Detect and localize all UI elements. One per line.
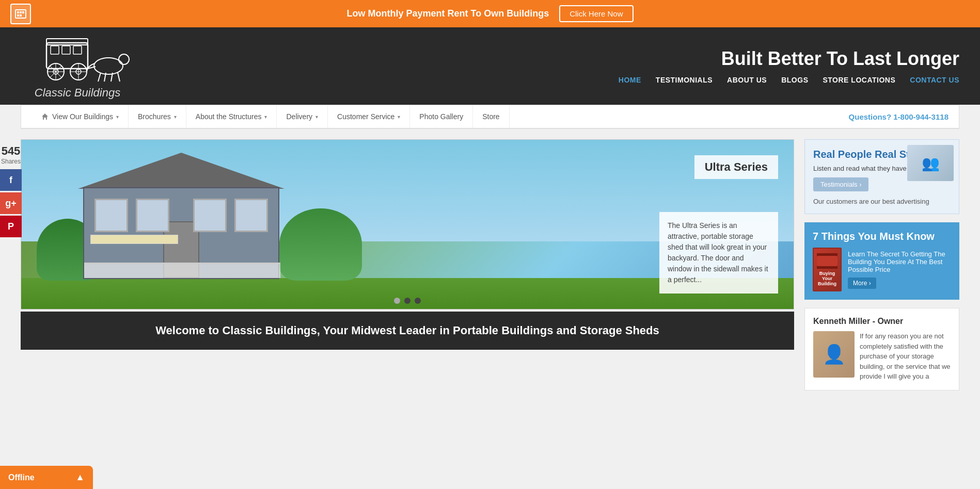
nav-home[interactable]: HOME xyxy=(619,76,641,84)
building xyxy=(83,176,279,279)
subnav-store-label: Store xyxy=(482,112,499,121)
people-image: 👥 xyxy=(907,145,954,181)
owner-section: Kenneth Miller - Owner 👤 If for any reas… xyxy=(804,308,959,390)
header-tagline: Built Better To Last Longer xyxy=(721,48,959,70)
svg-rect-5 xyxy=(20,14,22,17)
sidebar: 👥 Real People Real Stories Listen and re… xyxy=(804,139,959,390)
subnav-buildings[interactable]: View Our Buildings ▾ xyxy=(31,105,129,128)
real-people-card: 👥 Real People Real Stories Listen and re… xyxy=(804,139,959,214)
owner-photo: 👤 xyxy=(813,331,855,378)
nav-about[interactable]: ABOUT US xyxy=(727,76,767,84)
subnav-buildings-chevron: ▾ xyxy=(116,114,119,120)
svg-rect-2 xyxy=(20,11,22,13)
seven-things-desc-area: Learn The Secret To Getting The Building… xyxy=(848,250,951,289)
social-count: 545 xyxy=(2,144,21,158)
subnav-structures[interactable]: About the Structures ▾ xyxy=(186,105,277,128)
welcome-text: Welcome to Classic Buildings, Your Midwe… xyxy=(155,324,659,337)
svg-rect-9 xyxy=(62,46,70,54)
logo-area: Classic Buildings xyxy=(21,32,134,100)
banner-button[interactable]: Click Here Now xyxy=(559,5,633,22)
welcome-bar: Welcome to Classic Buildings, Your Midwe… xyxy=(21,312,794,350)
seven-things-card: 7 Things You Must Know Buying Your Build… xyxy=(804,222,959,300)
subnav-gallery-label: Photo Gallery xyxy=(419,112,463,121)
slider-dot-2[interactable] xyxy=(404,298,410,304)
subnav-delivery[interactable]: Delivery ▾ xyxy=(277,105,328,128)
subnav-customer-label: Customer Service xyxy=(337,112,394,121)
pinterest-button[interactable]: P xyxy=(0,216,22,237)
banner-text: Low Monthly Payment Rent To Own Building… xyxy=(346,8,549,19)
social-label: Shares xyxy=(1,158,21,165)
seven-things-desc: Learn The Secret To Getting The Building… xyxy=(848,250,951,273)
more-button[interactable]: More › xyxy=(848,278,876,289)
header-right: Built Better To Last Longer HOME TESTIMO… xyxy=(155,48,959,84)
seven-things-title: 7 Things You Must Know xyxy=(813,231,951,242)
svg-rect-10 xyxy=(73,46,82,54)
nav-contact[interactable]: CONTACT US xyxy=(910,76,959,84)
subnav-gallery[interactable]: Photo Gallery xyxy=(410,105,473,128)
subnav-delivery-chevron: ▾ xyxy=(315,114,318,120)
hero-slider: Ultra Series The Ultra Series is an attr… xyxy=(21,139,794,309)
logo-icon xyxy=(10,4,31,24)
book-cover: Buying Your Building xyxy=(813,248,842,291)
building-body xyxy=(83,187,279,279)
svg-line-26 xyxy=(118,73,120,82)
owner-photo-icon: 👤 xyxy=(823,344,846,365)
subnav-customer-chevron: ▾ xyxy=(398,114,400,120)
subnav-store[interactable]: Store xyxy=(473,105,509,128)
subnav-container: View Our Buildings ▾ Brochures ▾ About t… xyxy=(21,105,959,129)
subnav-brochures-label: Brochures xyxy=(138,112,171,121)
facebook-button[interactable]: f xyxy=(0,169,22,191)
owner-text: If for any reason you are not completely… xyxy=(860,331,951,382)
main-nav: HOME TESTIMONIALS ABOUT US BLOGS STORE L… xyxy=(619,76,959,84)
subnav-buildings-label: View Our Buildings xyxy=(52,112,113,121)
subnav-phone[interactable]: Questions? 1-800-944-3118 xyxy=(849,112,949,121)
building-roof xyxy=(78,153,284,189)
slider-dot-1[interactable] xyxy=(394,298,400,304)
svg-rect-7 xyxy=(46,39,88,45)
home-icon xyxy=(41,112,49,121)
hero-label: Ultra Series xyxy=(694,155,778,179)
nav-store-locations[interactable]: STORE LOCATIONS xyxy=(823,76,895,84)
subnav-delivery-label: Delivery xyxy=(286,112,312,121)
seven-things-content: Buying Your Building Learn The Secret To… xyxy=(813,248,951,291)
svg-rect-3 xyxy=(22,11,24,13)
googleplus-button[interactable]: g+ xyxy=(0,192,22,214)
header: Classic Buildings Built Better To Last L… xyxy=(0,27,980,105)
subnav-structures-chevron: ▾ xyxy=(264,114,267,120)
content-area: Ultra Series The Ultra Series is an attr… xyxy=(21,139,794,390)
tree-right xyxy=(279,208,362,281)
svg-rect-8 xyxy=(51,46,59,54)
svg-line-23 xyxy=(98,73,101,82)
subnav-brochures[interactable]: Brochures ▾ xyxy=(129,105,186,128)
real-people-footer: Our customers are our best advertising xyxy=(813,198,951,205)
svg-rect-0 xyxy=(15,10,26,18)
testimonials-button[interactable]: Testimonials › xyxy=(813,177,868,191)
subnav-brochures-chevron: ▾ xyxy=(174,114,177,120)
social-bar: 545 Shares f g+ P xyxy=(0,144,22,239)
main-container: Ultra Series The Ultra Series is an attr… xyxy=(21,129,959,401)
svg-rect-4 xyxy=(17,14,19,17)
subnav-customer[interactable]: Customer Service ▾ xyxy=(328,105,410,128)
logo-image xyxy=(21,32,134,84)
subnav: View Our Buildings ▾ Brochures ▾ About t… xyxy=(21,105,959,128)
owner-content: 👤 If for any reason you are not complete… xyxy=(813,331,951,382)
svg-rect-1 xyxy=(17,11,19,13)
nav-blogs[interactable]: BLOGS xyxy=(781,76,808,84)
subnav-structures-label: About the Structures xyxy=(196,112,262,121)
owner-name: Kenneth Miller - Owner xyxy=(813,317,951,326)
hero-background: Ultra Series The Ultra Series is an attr… xyxy=(21,140,794,309)
book-title-line2: Building xyxy=(818,281,836,286)
hero-description: The Ultra Series is an attractive, porta… xyxy=(659,212,778,294)
nav-testimonials[interactable]: TESTIMONIALS xyxy=(656,76,713,84)
book-title-line1: Buying Your xyxy=(817,271,837,281)
slider-dot-3[interactable] xyxy=(415,298,421,304)
svg-point-22 xyxy=(119,54,129,64)
slider-dots xyxy=(394,298,421,304)
logo-text: Classic Buildings xyxy=(35,86,120,100)
